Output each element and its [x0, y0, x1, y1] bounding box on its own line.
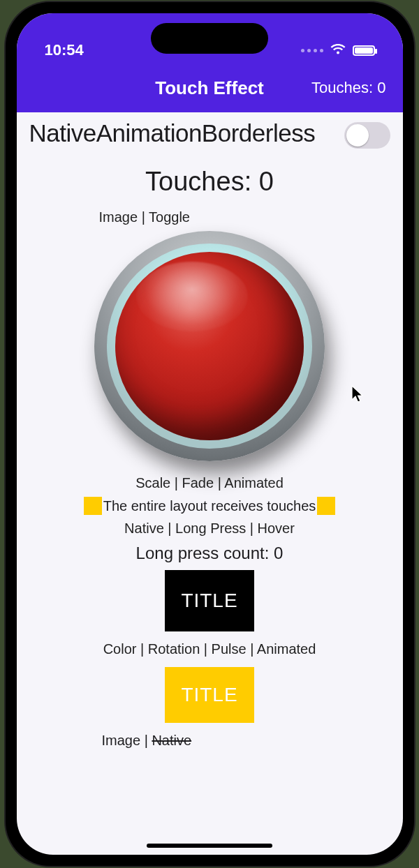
touches-big-counter: Touches: 0: [29, 167, 390, 197]
layout-touches-row[interactable]: The entire layout receives touches: [29, 497, 390, 515]
content[interactable]: NativeAnimationBorderless Touches: 0 Ima…: [17, 112, 403, 749]
red-push-button[interactable]: [94, 231, 325, 461]
highlight-chip-left: [84, 497, 102, 515]
section-image-native-strike: Native: [152, 733, 191, 748]
section-image-toggle: Image | Toggle: [99, 209, 390, 225]
wifi-icon: [330, 41, 346, 59]
battery-icon: [353, 45, 375, 56]
setting-label: NativeAnimationBorderless: [29, 119, 339, 147]
section-scale-fade: Scale | Fade | Animated: [29, 475, 390, 491]
highlight-chip-right: [317, 497, 335, 515]
setting-row: NativeAnimationBorderless: [29, 119, 390, 149]
status-right: [301, 41, 375, 59]
app-bar: Touch Effect Touches: 0: [17, 63, 403, 112]
home-indicator[interactable]: [147, 844, 272, 848]
section-native-longpress: Native | Long Press | Hover: [29, 521, 390, 537]
section-image-native-prefix: Image |: [102, 733, 152, 748]
borderless-toggle[interactable]: [344, 122, 390, 149]
section-image-native: Image | Native: [102, 733, 390, 749]
touches-header-counter: Touches: 0: [311, 79, 385, 97]
layout-touches-text: The entire layout receives touches: [102, 498, 318, 514]
native-button-black-label: TITLE: [181, 590, 237, 612]
screen: 10:54 Touch Effect Touches: 0 NativeAnim…: [17, 13, 403, 855]
animated-button-gold-label: TITLE: [181, 684, 237, 706]
signal-dots-icon: [301, 49, 323, 52]
native-button-black[interactable]: TITLE: [165, 570, 254, 631]
dynamic-island: [151, 23, 268, 54]
page-title: Touch Effect: [155, 77, 264, 99]
clock: 10:54: [45, 41, 84, 59]
animated-button-gold[interactable]: TITLE: [165, 667, 254, 723]
phone-frame: 10:54 Touch Effect Touches: 0 NativeAnim…: [6, 2, 414, 866]
cursor-icon: [351, 385, 365, 403]
section-color-rotation: Color | Rotation | Pulse | Animated: [29, 641, 390, 657]
toggle-knob: [346, 124, 369, 147]
long-press-counter: Long press count: 0: [29, 544, 390, 563]
